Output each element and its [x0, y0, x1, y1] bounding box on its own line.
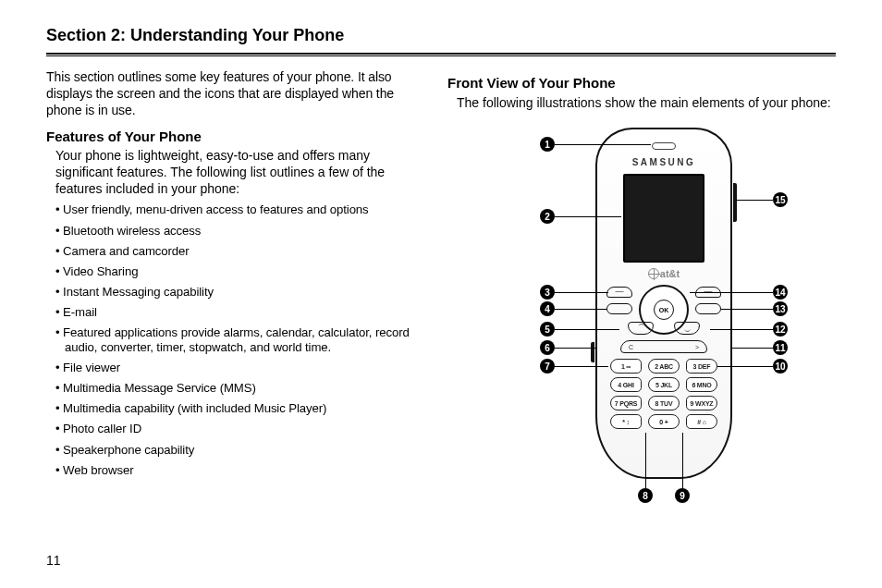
brand-label: SAMSUNG: [595, 157, 732, 167]
callout-4: 4: [540, 301, 555, 316]
talk-end-row: ⏜ ⏝: [628, 322, 700, 335]
lead-line: [710, 329, 773, 330]
carrier-label: at&t: [595, 268, 732, 279]
callout-1: 1: [540, 137, 555, 152]
page-number: 11: [46, 553, 61, 568]
lead-line: [721, 309, 773, 310]
section-title: Section 2: Understanding Your Phone: [46, 26, 836, 55]
intro-text: This section outlines some key features …: [46, 69, 423, 119]
left-midkey: [606, 303, 632, 314]
talk-key: ⏜: [628, 322, 654, 335]
features-heading: Features of Your Phone: [46, 129, 423, 144]
right-midkey: [695, 303, 721, 314]
side-button-top: [733, 183, 737, 222]
lead-line: [555, 348, 595, 349]
callout-11: 11: [773, 340, 788, 355]
side-button-cam: [591, 342, 594, 362]
key-2: 2 ABC: [648, 359, 680, 374]
feature-item: Web browser: [55, 463, 423, 478]
ok-key: OK: [654, 300, 674, 320]
front-view-intro: The following illustrations show the mai…: [457, 94, 836, 111]
callout-8: 8: [638, 488, 653, 503]
feature-item: E-mail: [55, 305, 423, 320]
key-7: 7 PQRS: [610, 396, 642, 410]
lead-line: [682, 433, 683, 488]
key-pound: # ⌂: [686, 414, 717, 429]
key-8: 8 TUV: [648, 396, 680, 410]
clear-c: C: [629, 344, 633, 350]
carrier-text: at&t: [660, 268, 680, 279]
left-column: This section outlines some key features …: [46, 69, 423, 521]
feature-item: Bluetooth wireless access: [55, 224, 423, 239]
right-column: Front View of Your Phone The following i…: [447, 69, 836, 521]
lead-line: [555, 144, 651, 145]
key-1: 1 ∞: [610, 359, 642, 374]
lead-line: [555, 292, 608, 293]
lead-line: [732, 348, 773, 349]
callout-3: 3: [540, 285, 555, 300]
screen: [623, 174, 704, 263]
feature-item: File viewer: [55, 361, 423, 375]
lead-line: [690, 292, 773, 293]
lead-line: [717, 366, 773, 367]
feature-item: Multimedia capability (with included Mus…: [55, 401, 423, 416]
feature-item: Speakerphone capability: [55, 443, 423, 458]
key-9: 9 WXYZ: [686, 396, 717, 410]
callout-10: 10: [773, 359, 788, 374]
callout-12: 12: [773, 322, 788, 337]
phone-outline: SAMSUNG at&t OK ⏜ ⏝ C: [595, 128, 732, 479]
callout-2: 2: [540, 209, 555, 224]
lead-line: [555, 216, 621, 217]
callout-15: 15: [773, 192, 788, 207]
feature-item: Video Sharing: [55, 264, 423, 279]
callout-5: 5: [540, 322, 555, 337]
feature-item: Camera and camcorder: [55, 244, 423, 259]
feature-item: Instant Messaging capability: [55, 285, 423, 300]
feature-item: Multimedia Message Service (MMS): [55, 381, 423, 396]
feature-item: Featured applications provide alarms, ca…: [55, 325, 423, 355]
feature-item: Photo caller ID: [55, 422, 423, 436]
callout-6: 6: [540, 340, 555, 355]
callout-13: 13: [773, 301, 788, 316]
key-4: 4 GHI: [610, 377, 642, 392]
callout-9: 9: [675, 488, 690, 503]
lead-line: [555, 329, 619, 330]
left-softkey: [606, 287, 632, 298]
features-list: User friendly, menu-driven access to fea…: [55, 202, 423, 477]
key-0: 0 +: [648, 414, 680, 429]
key-5: 5 JKL: [648, 377, 680, 392]
clear-row: C >: [620, 340, 707, 353]
front-view-heading: Front View of Your Phone: [447, 75, 836, 91]
divider: [46, 55, 836, 56]
lead-line: [555, 366, 608, 367]
key-star: * ↕: [610, 414, 642, 429]
lead-line: [736, 200, 773, 201]
callout-7: 7: [540, 359, 555, 374]
lead-line: [555, 309, 606, 310]
callout-14: 14: [773, 285, 788, 300]
feature-item: User friendly, menu-driven access to fea…: [55, 202, 423, 217]
earpiece: [652, 142, 676, 150]
clear-right: >: [695, 344, 699, 350]
key-3: 3 DEF: [686, 359, 717, 374]
phone-figure: SAMSUNG at&t OK ⏜ ⏝ C: [484, 124, 836, 521]
end-key: ⏝: [674, 322, 700, 335]
key-6: 6 MNO: [686, 377, 717, 392]
features-lead: Your phone is lightweight, easy-to-use a…: [55, 148, 423, 198]
keypad: 1 ∞ 2 ABC 3 DEF 4 GHI 5 JKL 6 MNO 7 PQRS…: [610, 359, 717, 433]
lead-line: [645, 433, 646, 488]
